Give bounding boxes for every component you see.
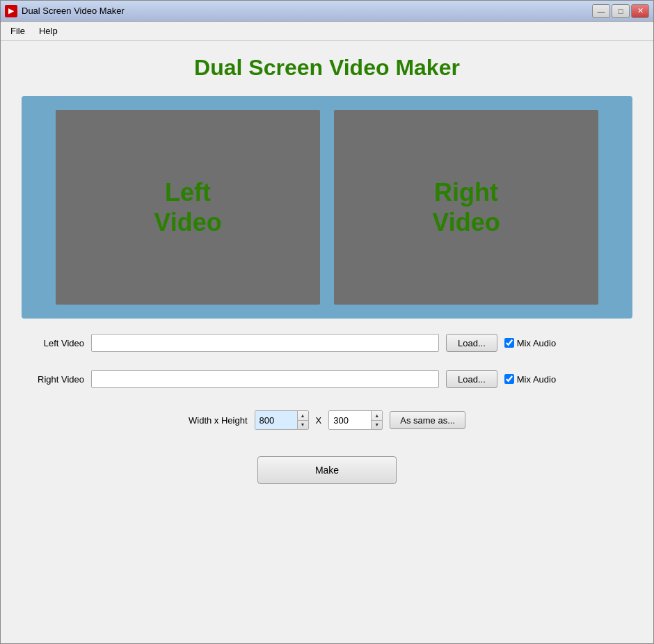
left-video-row: Left Video Load... Mix Audio bbox=[22, 331, 632, 355]
width-down-arrow[interactable]: ▼ bbox=[298, 421, 308, 430]
menu-help[interactable]: Help bbox=[32, 23, 65, 39]
titlebar-title: Dual Screen Video Maker bbox=[22, 6, 125, 16]
height-spinner: ▲ ▼ bbox=[328, 410, 383, 430]
menubar: File Help bbox=[1, 22, 653, 41]
height-up-arrow[interactable]: ▲ bbox=[372, 411, 382, 421]
app-title: Dual Screen Video Maker bbox=[22, 55, 632, 81]
height-down-arrow[interactable]: ▼ bbox=[372, 421, 382, 430]
dimensions-label: Width x Height bbox=[189, 415, 248, 426]
right-video-load-button[interactable]: Load... bbox=[446, 370, 497, 388]
left-video-input[interactable] bbox=[91, 334, 439, 352]
close-button[interactable]: ✕ bbox=[631, 4, 649, 18]
left-video-panel: LeftVideo bbox=[56, 110, 320, 305]
right-mix-audio-group: Mix Audio bbox=[504, 374, 556, 385]
height-arrows: ▲ ▼ bbox=[371, 411, 382, 429]
width-input[interactable] bbox=[255, 411, 297, 429]
right-video-row: Right Video Load... Mix Audio bbox=[22, 367, 632, 391]
app-icon: ▶ bbox=[5, 5, 17, 17]
titlebar: ▶ Dual Screen Video Maker — □ ✕ bbox=[1, 1, 653, 22]
titlebar-left: ▶ Dual Screen Video Maker bbox=[5, 5, 125, 17]
make-row: Make bbox=[22, 449, 632, 491]
main-content: Dual Screen Video Maker LeftVideo RightV… bbox=[1, 41, 653, 643]
left-video-label: LeftVideo bbox=[154, 177, 221, 237]
right-video-panel: RightVideo bbox=[334, 110, 598, 305]
left-mix-audio-checkbox[interactable] bbox=[504, 338, 514, 348]
width-arrows: ▲ ▼ bbox=[297, 411, 308, 429]
width-spinner: ▲ ▼ bbox=[255, 410, 309, 430]
x-separator: X bbox=[316, 415, 322, 426]
maximize-button[interactable]: □ bbox=[612, 4, 630, 18]
left-video-load-button[interactable]: Load... bbox=[446, 334, 497, 352]
same-as-button[interactable]: As same as... bbox=[390, 411, 465, 429]
width-up-arrow[interactable]: ▲ bbox=[298, 411, 308, 421]
left-mix-audio-label: Mix Audio bbox=[517, 338, 556, 348]
right-mix-audio-label: Mix Audio bbox=[517, 374, 556, 385]
dimensions-row: Width x Height ▲ ▼ X ▲ ▼ As same as... bbox=[22, 403, 632, 437]
minimize-button[interactable]: — bbox=[592, 4, 610, 18]
right-mix-audio-checkbox[interactable] bbox=[504, 374, 514, 384]
right-video-input[interactable] bbox=[91, 370, 439, 388]
main-window: ▶ Dual Screen Video Maker — □ ✕ File Hel… bbox=[0, 0, 654, 644]
right-video-label: RightVideo bbox=[432, 177, 500, 237]
left-video-field-label: Left Video bbox=[22, 338, 84, 348]
preview-container: LeftVideo RightVideo bbox=[22, 96, 632, 319]
titlebar-controls: — □ ✕ bbox=[592, 4, 649, 18]
height-input[interactable] bbox=[329, 411, 371, 429]
make-button[interactable]: Make bbox=[257, 456, 397, 484]
menu-file[interactable]: File bbox=[3, 23, 32, 39]
right-video-field-label: Right Video bbox=[22, 374, 84, 385]
left-mix-audio-group: Mix Audio bbox=[504, 338, 556, 348]
